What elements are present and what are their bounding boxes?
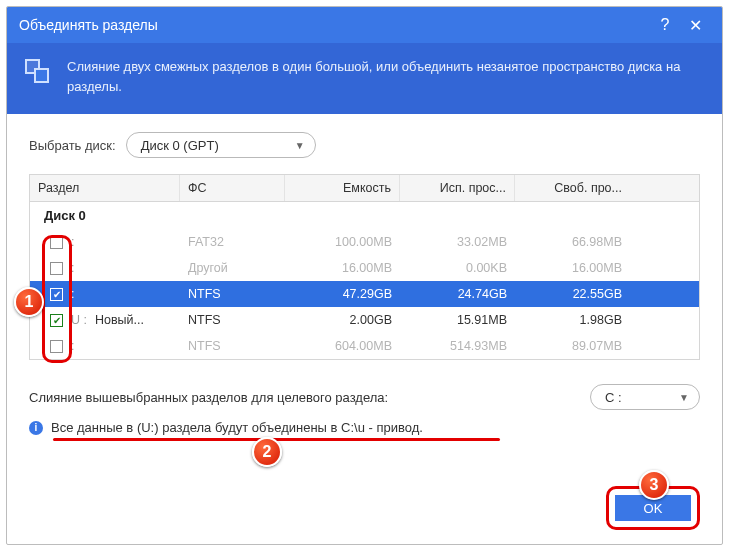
cell-fs: NTFS (180, 307, 285, 333)
disk-group-label: Диск 0 (30, 202, 699, 229)
annotation-badge-2: 2 (252, 437, 282, 467)
titlebar: Объединять разделы ? ✕ (7, 7, 722, 43)
banner-text: Слияние двух смежных разделов в один бол… (67, 57, 704, 96)
cell-used: 0.00KB (400, 255, 515, 281)
select-disk-label: Выбрать диск: (29, 138, 116, 153)
cell-fs: NTFS (180, 333, 285, 359)
cell-fs: Другой (180, 255, 285, 281)
cell-cap: 16.00MB (285, 255, 400, 281)
dialog-footer: OK (29, 466, 700, 530)
chevron-down-icon: ▼ (679, 392, 689, 403)
info-banner: Слияние двух смежных разделов в один бол… (7, 43, 722, 114)
cell-fs: FAT32 (180, 229, 285, 255)
disk-select-value: Диск 0 (GPT) (141, 138, 219, 153)
close-button[interactable]: ✕ (680, 10, 710, 40)
target-select-value: C : (605, 390, 622, 405)
merge-target-label: Слияние вышевыбранных разделов для целев… (29, 390, 388, 405)
info-line: i Все данные в (U:) раздела будут объеди… (29, 420, 700, 435)
row-letter: : (71, 261, 81, 275)
row-checkbox[interactable]: ✔ (50, 288, 63, 301)
chevron-down-icon: ▼ (295, 140, 305, 151)
cell-cap: 2.00GB (285, 307, 400, 333)
row-name: Новый... (95, 313, 144, 327)
cell-cap: 604.00MB (285, 333, 400, 359)
cell-free: 1.98GB (515, 307, 630, 333)
cell-free: 89.07MB (515, 333, 630, 359)
row-letter: : (71, 235, 81, 249)
cell-free: 16.00MB (515, 255, 630, 281)
row-letter: : (71, 339, 81, 353)
col-used: Исп. прос... (400, 175, 515, 201)
table-row[interactable]: :Другой16.00MB0.00KB16.00MB (30, 255, 699, 281)
col-fs: ФС (180, 175, 285, 201)
cell-used: 24.74GB (400, 281, 515, 307)
table-header: Раздел ФС Емкость Исп. прос... Своб. про… (30, 175, 699, 202)
cell-used: 33.02MB (400, 229, 515, 255)
table-row[interactable]: :NTFS604.00MB514.93MB89.07MB (30, 333, 699, 359)
cell-cap: 100.00MB (285, 229, 400, 255)
col-capacity: Емкость (285, 175, 400, 201)
row-letter: : (71, 287, 81, 301)
window-title: Объединять разделы (19, 17, 158, 33)
table-row[interactable]: ✔U :Новый...NTFS2.00GB15.91MB1.98GB (30, 307, 699, 333)
disk-select[interactable]: Диск 0 (GPT) ▼ (126, 132, 316, 158)
col-free: Своб. про... (515, 175, 630, 201)
disk-selector-row: Выбрать диск: Диск 0 (GPT) ▼ (29, 132, 700, 158)
merge-icon (25, 59, 53, 87)
cell-free: 22.55GB (515, 281, 630, 307)
cell-used: 15.91MB (400, 307, 515, 333)
merge-partitions-dialog: Объединять разделы ? ✕ Слияние двух смеж… (6, 6, 723, 545)
cell-fs: NTFS (180, 281, 285, 307)
row-checkbox[interactable] (50, 262, 63, 275)
cell-used: 514.93MB (400, 333, 515, 359)
table-row[interactable]: ✔:NTFS47.29GB24.74GB22.55GB (30, 281, 699, 307)
annotation-badge-3: 3 (639, 470, 669, 500)
partitions-table: Раздел ФС Емкость Исп. прос... Своб. про… (29, 174, 700, 360)
row-letter: U : (71, 313, 87, 327)
row-checkbox[interactable] (50, 340, 63, 353)
help-button[interactable]: ? (650, 10, 680, 40)
content-area: Выбрать диск: Диск 0 (GPT) ▼ Раздел ФС Е… (7, 114, 722, 544)
target-select[interactable]: C : ▼ (590, 384, 700, 410)
target-row: Слияние вышевыбранных разделов для целев… (29, 384, 700, 410)
annotation-badge-1: 1 (14, 287, 44, 317)
row-checkbox[interactable]: ✔ (50, 314, 63, 327)
cell-cap: 47.29GB (285, 281, 400, 307)
cell-free: 66.98MB (515, 229, 630, 255)
col-partition: Раздел (30, 175, 180, 201)
table-row[interactable]: :FAT32100.00MB33.02MB66.98MB (30, 229, 699, 255)
info-icon: i (29, 421, 43, 435)
row-checkbox[interactable] (50, 236, 63, 249)
info-text: Все данные в (U:) раздела будут объедине… (51, 420, 423, 435)
